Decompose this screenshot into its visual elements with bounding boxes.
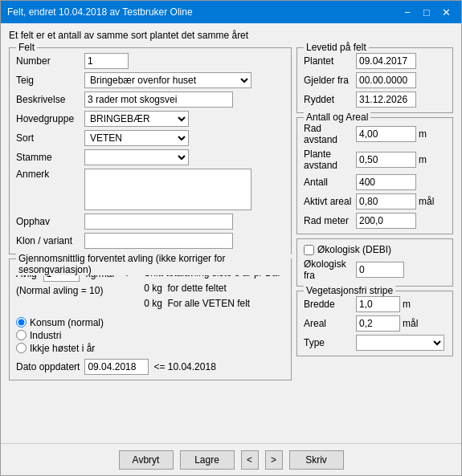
alle-label: For alle VETEN felt — [168, 298, 251, 309]
okologisk-checkbox[interactable] — [304, 245, 314, 255]
vegetasjon-group-title: Vegetasjonsfri stripe — [304, 285, 395, 296]
okologisk-checkbox-row: Økologisk (DEBI) — [304, 244, 446, 255]
anmerk-textarea[interactable] — [84, 169, 251, 210]
felt-group: Felt Number Teig Bringebær ovenfor huset… — [9, 47, 292, 254]
rad-avstand-unit: m — [419, 128, 427, 140]
rad-avstand-input[interactable] — [356, 126, 416, 142]
sort-row: Sort VETEN — [16, 130, 284, 146]
klon-label: Klon / variant — [16, 235, 84, 246]
stamme-select[interactable] — [84, 149, 189, 165]
radio-konsum-label: Konsum (normal) — [30, 317, 104, 328]
vegetasjon-group: Vegetasjonsfri stripe Bredde m Areal mål… — [296, 291, 453, 356]
number-row: Number — [16, 53, 284, 69]
opphav-input[interactable] — [84, 214, 233, 230]
avling-group: Gjennomsnittlig forventet avling (ikke k… — [9, 258, 292, 380]
ryddet-input[interactable] — [356, 92, 416, 108]
prev-button[interactable]: < — [241, 450, 259, 470]
plantet-label: Plantet — [304, 55, 356, 67]
sort-select[interactable]: VETEN — [84, 130, 189, 146]
stamme-label: Stamme — [16, 152, 84, 163]
next-button[interactable]: > — [265, 450, 283, 470]
radio-konsum[interactable] — [16, 317, 27, 328]
dato-label: Dato oppdatert — [16, 361, 80, 372]
antall-row: Antall — [304, 174, 446, 190]
avbryt-button[interactable]: Avbryt — [119, 450, 174, 470]
alle-kg: 0 kg — [144, 298, 162, 309]
rad-meter-input[interactable] — [356, 213, 416, 229]
okologisk-fra-input[interactable] — [356, 262, 404, 278]
bredde-unit: m — [403, 299, 411, 310]
dette-feltet-label: for dette feltet — [168, 283, 227, 294]
bredde-row: Bredde m — [304, 296, 446, 312]
plantet-input[interactable] — [356, 53, 416, 69]
minimize-button[interactable]: − — [399, 4, 416, 20]
rad-avstand-label: Rad avstand — [304, 123, 356, 145]
plante-avstand-input[interactable] — [356, 152, 416, 168]
main-window: Felt, endret 10.04.2018 av Testbruker Ol… — [0, 0, 462, 476]
dato-input[interactable] — [84, 359, 149, 375]
sort-label: Sort — [16, 132, 84, 144]
levetid-group-title: Levetid på felt — [304, 42, 369, 53]
window-title: Felt, endret 10.04.2018 av Testbruker Ol… — [7, 6, 193, 18]
radio-ikkje[interactable] — [16, 343, 27, 353]
dato-arrow: <= 10.04.2018 — [153, 361, 215, 372]
rad-meter-row: Rad meter — [304, 213, 446, 229]
gjelder-fra-label: Gjelder fra — [304, 75, 356, 86]
number-input[interactable] — [84, 53, 129, 69]
teig-row: Teig Bringebær ovenfor huset — [16, 72, 284, 88]
anmerk-label: Anmerk — [16, 169, 84, 180]
hovedgruppe-row: Hovedgruppe BRINGEBÆR — [16, 111, 284, 127]
radio-industri-row: Industri — [16, 330, 284, 341]
areal-row: Areal mål — [304, 315, 446, 332]
close-button[interactable]: ✕ — [437, 4, 455, 20]
antall-label: Antall — [304, 177, 356, 188]
okologisk-fra-row: Økologisk fra — [304, 258, 446, 281]
hovedgruppe-select[interactable]: BRINGEBÆR — [84, 111, 189, 127]
aktivt-areal-label: Aktivt areal — [304, 196, 356, 207]
type-select[interactable] — [356, 335, 444, 351]
dato-row: Dato oppdatert <= 10.04.2018 — [16, 359, 284, 375]
areal-unit: mål — [403, 318, 418, 329]
window-content: Et felt er et antall av samme sort plant… — [1, 23, 461, 443]
areal-input[interactable] — [356, 315, 400, 332]
main-area: Felt Number Teig Bringebær ovenfor huset… — [9, 47, 453, 437]
antall-group-title: Antall og Areal — [304, 112, 370, 123]
klon-row: Klon / variant — [16, 233, 284, 249]
teig-select[interactable]: Bringebær ovenfor huset — [84, 72, 251, 88]
ryddet-label: Ryddet — [304, 94, 356, 105]
plantet-row: Plantet — [304, 53, 446, 69]
title-bar: Felt, endret 10.04.2018 av Testbruker Ol… — [1, 1, 461, 23]
type-row: Type — [304, 335, 446, 351]
aktivt-areal-input[interactable] — [356, 193, 416, 210]
gjelder-fra-input[interactable] — [356, 72, 416, 88]
okologisk-checkbox-label: Økologisk (DEBI) — [317, 244, 391, 255]
felt-group-title: Felt — [16, 42, 37, 53]
levetid-group: Levetid på felt Plantet Gjelder fra Rydd… — [296, 47, 453, 113]
aktivt-areal-unit: mål — [419, 196, 434, 207]
aktivt-areal-row: Aktivt areal mål — [304, 193, 446, 210]
left-panel: Felt Number Teig Bringebær ovenfor huset… — [9, 47, 292, 437]
radio-industri[interactable] — [16, 330, 27, 340]
klon-input[interactable] — [84, 233, 233, 249]
dette-feltet-kg: 0 kg — [144, 283, 162, 294]
window-controls: − □ ✕ — [399, 4, 455, 20]
antall-input[interactable] — [356, 174, 416, 190]
number-label: Number — [16, 55, 84, 67]
bottom-bar: Avbryt Lagre < > Skriv — [1, 443, 461, 475]
beskrivelse-input[interactable] — [84, 92, 233, 108]
lagre-button[interactable]: Lagre — [180, 450, 235, 470]
teig-label: Teig — [16, 75, 84, 86]
radio-ikkje-row: Ikkje høstet i år — [16, 343, 284, 354]
rad-meter-label: Rad meter — [304, 215, 356, 226]
antall-group: Antall og Areal Rad avstand m Plante avs… — [296, 117, 453, 234]
bredde-input[interactable] — [356, 296, 400, 312]
gjelder-fra-row: Gjelder fra — [304, 72, 446, 88]
opphav-row: Opphav — [16, 214, 284, 230]
rad-avstand-row: Rad avstand m — [304, 123, 446, 145]
anmerk-row: Anmerk — [16, 169, 284, 210]
bredde-label: Bredde — [304, 299, 356, 310]
radio-industri-label: Industri — [30, 330, 61, 341]
maximize-button[interactable]: □ — [418, 4, 435, 20]
description-text: Et felt er et antall av samme sort plant… — [9, 30, 453, 41]
skriv-button[interactable]: Skriv — [289, 450, 344, 470]
